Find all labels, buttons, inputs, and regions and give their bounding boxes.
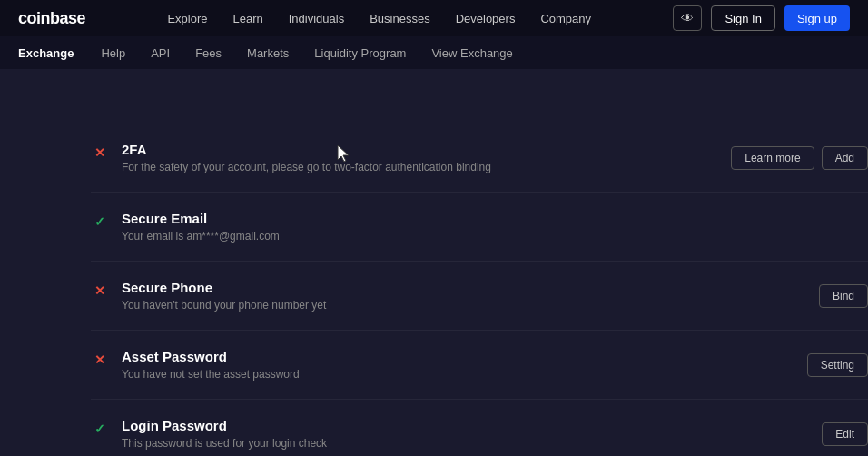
top-nav-actions: 👁 Sign In Sign up [673,5,850,31]
nav-company[interactable]: Company [540,12,591,25]
sub-nav-links: Help API Fees Markets Liquidity Program … [101,46,512,60]
nav-individuals[interactable]: Individuals [289,12,344,25]
secure-email-title: Secure Email [122,211,850,226]
status-icon-asset-password: ✕ [91,351,109,369]
eye-icon: 👁 [681,11,694,25]
subnav-view-exchange[interactable]: View Exchange [431,46,512,60]
top-nav-links: Explore Learn Individuals Businesses Dev… [85,12,673,25]
sub-navigation: Exchange Help API Fees Markets Liquidity… [0,36,868,69]
subnav-api[interactable]: API [151,46,170,60]
main-content: ✕ 2FA For the safety of your account, pl… [0,69,868,456]
2fa-info: 2FA For the safety of your account, plea… [122,142,713,173]
security-item-secure-phone: ✕ Secure Phone You haven't bound your ph… [91,262,868,331]
2fa-description: For the safety of your account, please g… [122,161,713,173]
secure-phone-title: Secure Phone [122,280,801,295]
login-password-info: Login Password This password is used for… [122,418,804,450]
status-icon-secure-phone: ✕ [91,282,109,300]
security-item-2fa: ✕ 2FA For the safety of your account, pl… [91,124,868,193]
top-navigation: coinbase Explore Learn Individuals Busin… [0,0,868,36]
secure-email-info: Secure Email Your email is am****@gmail.… [122,211,850,243]
logo: coinbase [18,9,85,28]
asset-password-description: You have not set the asset password [122,368,789,381]
2fa-actions: Learn more Add [713,146,868,170]
secure-phone-description: You haven't bound your phone number yet [122,299,801,312]
asset-password-actions: Setting [789,353,868,377]
theme-toggle-button[interactable]: 👁 [673,5,702,31]
asset-password-title: Asset Password [122,349,789,364]
secure-phone-bind-button[interactable]: Bind [819,284,868,308]
nav-explore[interactable]: Explore [167,12,207,25]
signin-button[interactable]: Sign In [711,5,774,31]
subnav-fees[interactable]: Fees [195,46,222,60]
security-item-asset-password: ✕ Asset Password You have not set the as… [91,331,868,400]
nav-developers[interactable]: Developers [456,12,516,25]
login-password-actions: Edit [804,422,868,446]
signup-button[interactable]: Sign up [784,5,850,31]
secure-email-description: Your email is am****@gmail.com [122,230,850,243]
asset-password-setting-button[interactable]: Setting [807,353,868,377]
2fa-title: 2FA [122,142,713,157]
security-item-secure-email: ✓ Secure Email Your email is am****@gmai… [91,193,868,262]
security-item-login-password: ✓ Login Password This password is used f… [91,400,868,456]
status-icon-login-password: ✓ [91,420,109,438]
asset-password-info: Asset Password You have not set the asse… [122,349,789,381]
subnav-markets[interactable]: Markets [247,46,289,60]
nav-businesses[interactable]: Businesses [370,12,429,25]
subnav-help[interactable]: Help [101,46,125,60]
exchange-brand: Exchange [18,46,74,60]
2fa-add-button[interactable]: Add [822,146,868,170]
login-password-description: This password is used for your login che… [122,437,804,450]
secure-phone-actions: Bind [801,284,868,308]
secure-phone-info: Secure Phone You haven't bound your phon… [122,280,801,312]
subnav-liquidity[interactable]: Liquidity Program [314,46,406,60]
status-icon-2fa: ✕ [91,144,109,162]
nav-learn[interactable]: Learn [232,12,262,25]
status-icon-secure-email: ✓ [91,213,109,231]
2fa-learn-more-button[interactable]: Learn more [731,146,814,170]
login-password-edit-button[interactable]: Edit [822,422,868,446]
login-password-title: Login Password [122,418,804,433]
